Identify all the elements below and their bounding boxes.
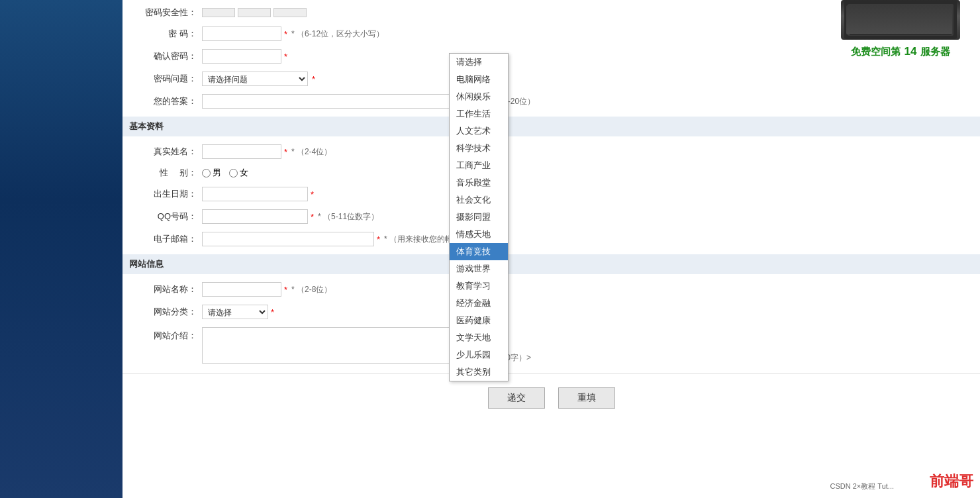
security-question-select[interactable]: 请选择问题 [202,72,308,86]
reset-button[interactable]: 重填 [558,387,615,409]
main-content: 免费空间第 14 服务器 密码安全性： 请选择 电脑网络 休闲娱乐 工作生活 人… [122,0,980,498]
real-name-row: 真实姓名： * * （2-4位） [142,144,960,159]
birthday-row: 出生日期： * [142,187,960,201]
strength-bar-3 [273,8,307,17]
basic-info-label: 基本资料 [129,121,164,131]
password-row: 密 码： * * （6-12位，区分大小写） [142,26,960,41]
website-intro-label: 网站介绍： [142,327,202,342]
confirm-password-row: 确认密码： * [142,49,960,64]
qq-row: QQ号码： * * （5-11位数字） [142,209,960,224]
button-row: 递交 重填 [142,387,960,422]
birthday-label: 出生日期： [142,188,202,200]
confirm-required: * [284,52,287,62]
password-input[interactable] [202,26,281,41]
password-security-label: 密码安全性： [142,7,202,19]
answer-row: 您的答案： * * （2-20位） [142,94,960,109]
qq-hint: * （5-11位数字） [318,211,379,223]
password-hint: * （6-12位，区分大小写） [291,28,384,40]
website-category-row: 网站分类： 请选择 * [142,305,960,319]
website-category-label: 网站分类： [142,306,202,318]
dropdown-item-4[interactable]: 人文艺术 [450,123,508,140]
dropdown-item-16[interactable]: 文学天地 [450,329,508,346]
strength-bar-2 [238,8,271,17]
email-label: 电子邮箱： [142,233,202,245]
gender-male-radio[interactable] [202,169,211,177]
dropdown-item-1[interactable]: 电脑网络 [450,71,508,88]
website-name-input[interactable] [202,282,281,297]
gender-male-label: 男 [202,167,221,179]
dropdown-item-12[interactable]: 游戏世界 [450,260,508,277]
website-name-hint: * （2-8位） [291,284,332,295]
dropdown-item-18[interactable]: 其它类别 [450,364,508,381]
website-name-required: * [284,285,287,295]
gender-female-label: 女 [229,167,248,179]
watermark-sub: CSDN 2×教程 Tut... [830,481,894,491]
website-category-required: * [271,307,274,317]
strength-bar-1 [202,8,235,17]
basic-info-section-header: 基本资料 [122,117,980,136]
password-security-row: 密码安全性： [142,7,960,19]
website-intro-row: 网站介绍： （建议5-60字）> [142,327,960,364]
birthday-input[interactable] [202,187,308,201]
password-label: 密 码： [142,28,202,40]
birthday-required: * [311,189,314,199]
watermark: 前端哥 [930,472,973,491]
dropdown-item-9[interactable]: 摄影同盟 [450,209,508,226]
sidebar [0,0,122,498]
dropdown-item-14[interactable]: 经济金融 [450,295,508,312]
gender-female-text: 女 [240,167,248,179]
website-info-section-header: 网站信息 [122,254,980,274]
dropdown-item-6[interactable]: 工商产业 [450,157,508,174]
real-name-required: * [284,147,287,157]
security-question-required: * [312,74,315,84]
website-intro-textarea[interactable] [202,327,467,364]
real-name-input[interactable] [202,144,281,159]
website-name-label: 网站名称： [142,283,202,295]
website-category-select[interactable]: 请选择 [202,305,268,319]
qq-label: QQ号码： [142,211,202,223]
confirm-password-input[interactable] [202,49,281,64]
gender-female-radio[interactable] [229,169,238,177]
form-divider [122,374,980,374]
website-name-row: 网站名称： * * （2-8位） [142,282,960,297]
gender-radio-group: 男 女 [202,167,248,179]
real-name-hint: * （2-4位） [291,146,332,158]
qq-required: * [311,212,314,222]
answer-input[interactable] [202,94,480,109]
confirm-password-label: 确认密码： [142,50,202,62]
category-dropdown-overlay: 请选择 电脑网络 休闲娱乐 工作生活 人文艺术 科学技术 工商产业 音乐殿堂 社… [449,53,509,381]
dropdown-item-10[interactable]: 情感天地 [450,226,508,243]
password-required: * [284,29,287,39]
dropdown-item-0[interactable]: 请选择 [450,54,508,71]
gender-row: 性 别： 男 女 [142,167,960,179]
email-input[interactable] [202,232,374,246]
security-question-label: 密码问题： [142,73,202,85]
gender-male-text: 男 [213,167,221,179]
answer-label: 您的答案： [142,95,202,107]
form-container: 免费空间第 14 服务器 密码安全性： 请选择 电脑网络 休闲娱乐 工作生活 人… [122,0,980,435]
submit-button[interactable]: 递交 [488,387,545,409]
dropdown-item-3[interactable]: 工作生活 [450,105,508,123]
dropdown-item-2[interactable]: 休闲娱乐 [450,88,508,105]
dropdown-item-7[interactable]: 音乐殿堂 [450,174,508,191]
dropdown-item-5[interactable]: 科学技术 [450,140,508,157]
website-info-label: 网站信息 [129,259,164,269]
dropdown-item-17[interactable]: 少儿乐园 [450,346,508,364]
dropdown-item-15[interactable]: 医药健康 [450,312,508,329]
dropdown-item-11[interactable]: 体育竞技 [450,243,508,260]
security-question-row: 密码问题： 请选择问题 * [142,72,960,86]
email-required: * [377,234,380,244]
email-row: 电子邮箱： * * （用来接收您的帐号信息及密码） [142,232,960,246]
real-name-label: 真实姓名： [142,146,202,158]
dropdown-item-13[interactable]: 教育学习 [450,277,508,295]
gender-label: 性 别： [142,167,202,179]
password-strength [202,8,307,17]
dropdown-item-8[interactable]: 社会文化 [450,191,508,209]
qq-input[interactable] [202,209,308,224]
